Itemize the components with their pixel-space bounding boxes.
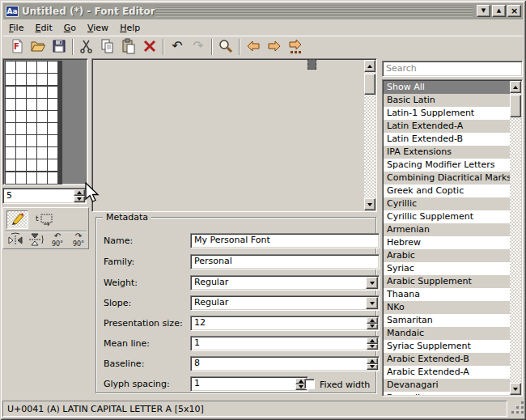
flip-horizontal-button[interactable] xyxy=(6,233,24,248)
presentation-size-down-button[interactable] xyxy=(367,324,378,330)
glyph-pixel[interactable] xyxy=(48,147,58,159)
unicode-block-item[interactable]: Basic Latin xyxy=(384,94,510,107)
glyph-pixel[interactable] xyxy=(48,123,58,134)
menu-item-go[interactable]: Go xyxy=(58,21,82,35)
unicode-block-item[interactable]: Cyrillic Supplement xyxy=(384,210,510,223)
unicode-block-item[interactable]: Show All xyxy=(384,81,510,94)
current-glyph-marker[interactable] xyxy=(308,59,316,70)
list-vertical-scrollbar[interactable] xyxy=(510,81,521,395)
glyph-pixel[interactable] xyxy=(6,147,16,159)
unicode-block-item[interactable]: Syriac xyxy=(384,262,510,275)
weight-dropdown-button[interactable] xyxy=(366,277,378,289)
glyph-pixel[interactable] xyxy=(37,172,48,184)
glyph-pixel[interactable] xyxy=(27,147,37,159)
forward-button[interactable] xyxy=(264,37,285,57)
search-input[interactable]: Search xyxy=(382,61,523,77)
unicode-block-item[interactable]: Arabic Extended-A xyxy=(384,366,510,379)
glyph-pixel[interactable] xyxy=(48,111,58,122)
glyph-pixel[interactable] xyxy=(27,87,37,98)
glyph-pixel[interactable] xyxy=(6,135,16,146)
slope-dropdown-button[interactable] xyxy=(366,297,378,309)
glyph-pixel[interactable] xyxy=(37,111,48,122)
unicode-block-item[interactable]: Syriac Supplement xyxy=(384,340,510,353)
copy-button[interactable] xyxy=(97,37,118,57)
zoom-button[interactable] xyxy=(215,37,236,57)
list-scroll-thumb[interactable] xyxy=(510,95,521,117)
glyph-pixel[interactable] xyxy=(48,87,58,98)
save-button[interactable] xyxy=(49,37,70,57)
close-button[interactable]: × xyxy=(507,5,521,17)
glyph-pixel[interactable] xyxy=(16,159,27,171)
unicode-block-item[interactable]: Latin Extended-A xyxy=(384,120,510,133)
glyph-pixel[interactable] xyxy=(37,159,48,171)
glyph-pixel[interactable] xyxy=(37,62,48,73)
family-input[interactable]: Personal xyxy=(190,254,380,269)
presentation-size-up-button[interactable] xyxy=(367,317,378,324)
glyph-pixel[interactable] xyxy=(6,159,16,171)
glyph-pixel[interactable] xyxy=(6,111,16,122)
paste-button[interactable] xyxy=(118,37,139,57)
unicode-block-item[interactable]: Thaana xyxy=(384,288,510,301)
open-button[interactable] xyxy=(28,37,49,57)
glyph-pixel[interactable] xyxy=(37,135,48,146)
unicode-block-item[interactable]: Arabic xyxy=(384,249,510,262)
glyph-pixel[interactable] xyxy=(6,99,16,110)
glyph-pixel[interactable] xyxy=(16,62,27,73)
glyph-width-down-button[interactable] xyxy=(74,196,85,202)
menu-item-view[interactable]: View xyxy=(82,21,114,35)
glyph-pixel[interactable] xyxy=(16,135,27,146)
menu-item-file[interactable]: File xyxy=(3,21,29,35)
glyph-pixel[interactable] xyxy=(37,147,48,159)
canvas-scroll-thumb[interactable] xyxy=(364,74,375,95)
glyph-pixel[interactable] xyxy=(37,123,48,134)
resize-grip[interactable] xyxy=(511,401,524,417)
glyph-pixel[interactable] xyxy=(48,172,58,184)
glyph-pixel[interactable] xyxy=(6,62,16,73)
glyph-pixel-grid[interactable] xyxy=(5,61,62,185)
glyph-pixel[interactable] xyxy=(6,74,16,85)
weight-combo[interactable]: Regular xyxy=(190,275,380,291)
delete-button[interactable] xyxy=(139,37,160,57)
new-button[interactable]: F xyxy=(6,37,28,57)
unicode-block-item[interactable]: Cyrillic xyxy=(384,197,510,210)
baseline-spin[interactable]: 8 xyxy=(190,356,380,371)
unicode-block-item[interactable]: Arabic Supplement xyxy=(384,275,510,288)
glyph-width-spinner[interactable]: 5 xyxy=(2,188,87,204)
glyph-pixel[interactable] xyxy=(27,123,37,134)
glyph-preview-canvas[interactable] xyxy=(91,58,377,212)
rotate-ccw-button[interactable]: ↶90° xyxy=(49,233,66,248)
slope-combo[interactable]: Regular xyxy=(190,295,380,311)
glyph-pixel[interactable] xyxy=(27,172,37,184)
glyph-pixel[interactable] xyxy=(27,62,37,73)
glyph-pixel[interactable] xyxy=(6,123,16,134)
glyph-pixel[interactable] xyxy=(37,99,48,110)
baseline-up-button[interactable] xyxy=(367,358,378,364)
minimize-button[interactable]: ▼ xyxy=(477,5,490,17)
glyph-pixel[interactable] xyxy=(37,87,48,98)
glyph-pixel[interactable] xyxy=(48,159,58,171)
unicode-block-item[interactable]: Combining Diacritical Marks xyxy=(384,172,510,185)
glyph-pixel[interactable] xyxy=(16,74,27,85)
canvas-scroll-up-button[interactable] xyxy=(364,60,375,72)
glyph-pixel[interactable] xyxy=(16,172,27,184)
transform-tool-button[interactable]: t xyxy=(34,211,53,229)
menu-item-edit[interactable]: Edit xyxy=(29,21,57,35)
unicode-block-item[interactable]: Hebrew xyxy=(384,236,510,249)
menu-item-help[interactable]: Help xyxy=(114,21,146,35)
unicode-block-item[interactable]: Samaritan xyxy=(384,314,510,327)
canvas-vertical-scrollbar[interactable] xyxy=(364,60,375,210)
maximize-button[interactable]: ▲ xyxy=(492,5,506,17)
canvas-scroll-down-button[interactable] xyxy=(364,198,375,210)
goto-glyph-button[interactable] xyxy=(285,37,306,57)
glyph-pixel[interactable] xyxy=(16,123,27,134)
unicode-block-item[interactable]: Latin-1 Supplement xyxy=(384,107,510,120)
unicode-block-item[interactable]: NKo xyxy=(384,301,510,314)
glyph-pixel[interactable] xyxy=(37,74,48,85)
glyph-pixel[interactable] xyxy=(6,87,16,98)
unicode-block-item[interactable]: Spacing Modifier Letters xyxy=(384,159,510,172)
glyph-pixel[interactable] xyxy=(48,135,58,146)
unicode-block-item[interactable]: Greek and Coptic xyxy=(384,185,510,197)
glyph-pixel[interactable] xyxy=(16,147,27,159)
unicode-block-item[interactable]: IPA Extensions xyxy=(384,146,510,159)
list-scroll-up-button[interactable] xyxy=(510,81,521,93)
